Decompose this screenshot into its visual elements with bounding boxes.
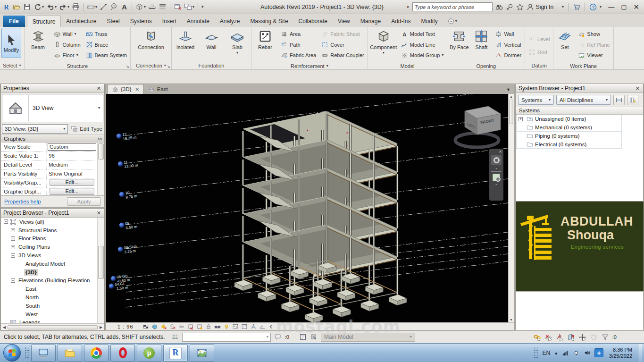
area-reinforcement-button[interactable]: Area [279, 29, 318, 39]
ribbon-tab-structure[interactable]: Structure [27, 16, 61, 27]
view-tab-east[interactable]: East [144, 84, 172, 94]
modify-button[interactable]: Modify [1, 28, 21, 58]
communication-center-icon[interactable] [506, 3, 513, 11]
edit-button[interactable]: Edit... [50, 179, 94, 186]
navigation-bar[interactable]: ✕ ⌄ ⌄ [489, 149, 503, 201]
sync-button[interactable]: ▾ [33, 2, 44, 11]
print-button[interactable] [71, 2, 80, 11]
property-value[interactable]: Medium [47, 160, 97, 169]
close-navbar-icon[interactable]: ✕ [499, 150, 502, 154]
beam-button[interactable]: Beam [26, 28, 50, 50]
reveal-hidden-elements-icon[interactable] [223, 323, 230, 330]
tray-app-icon[interactable]: + [594, 348, 603, 357]
foundation-panel-label[interactable]: Foundation [172, 61, 251, 69]
select-pinned-elements-toggle[interactable] [556, 333, 564, 341]
property-value[interactable]: Custom [48, 143, 96, 151]
type-selector[interactable]: 3D View ▾ [2, 94, 103, 122]
open-button[interactable] [12, 2, 21, 11]
temporary-hide-isolate-icon[interactable] [214, 323, 221, 330]
beam-system-button[interactable]: Beam System [84, 50, 129, 60]
aligned-dimension-button[interactable] [99, 2, 108, 11]
close-view-tab-icon[interactable]: ✕ [135, 87, 139, 92]
expand-icon[interactable]: + [519, 117, 523, 121]
floor-button[interactable]: Floor▾ [52, 50, 83, 60]
apply-button[interactable]: Apply [67, 197, 101, 206]
favorites-icon[interactable] [516, 3, 524, 11]
redo-button[interactable]: ▾ [59, 2, 70, 11]
close-icon[interactable]: ✕ [96, 210, 102, 216]
ribbon-tab-collaborate[interactable]: Collaborate [293, 16, 333, 27]
view-scale-button[interactable]: 1 : 96 [117, 324, 134, 329]
steering-wheel-button[interactable] [491, 155, 502, 165]
taskbar-photo-viewer-button[interactable] [190, 345, 214, 362]
taskbar-opera-button[interactable] [110, 345, 135, 362]
select-links-toggle[interactable] [533, 333, 541, 341]
customize-qat-button[interactable]: ▾ [201, 4, 204, 9]
component-button[interactable]: Component▾ [369, 28, 398, 55]
expand-icon[interactable]: + [11, 245, 15, 249]
text-button[interactable]: A [120, 2, 129, 11]
ribbon-tab-insert[interactable]: Insert [157, 16, 182, 27]
reinforcement-panel-label[interactable]: Reinforcement▾ [251, 62, 368, 69]
show-hidden-icons-arrow[interactable]: ▲ [554, 351, 558, 355]
tree-item-north[interactable]: North [1, 293, 104, 302]
show-rendering-dialog-icon[interactable] [178, 323, 185, 330]
model-group-button[interactable]: Model Group▾ [399, 50, 446, 60]
ribbon-tab-architecture[interactable]: Architecture [61, 16, 101, 27]
drag-elements-on-selection-toggle[interactable] [578, 333, 586, 341]
tree-item-legends[interactable]: Legends [1, 319, 104, 324]
reveal-constraints-icon[interactable] [259, 323, 266, 330]
select-panel-label[interactable]: Select▾ [0, 61, 24, 69]
edit-button[interactable]: Edit... [50, 188, 94, 195]
system-item-piping-0-systems[interactable]: Piping (0 systems) [516, 132, 622, 140]
slab-foundation-button[interactable]: Slab▾ [225, 28, 250, 55]
collapse-icon[interactable]: − [4, 219, 8, 224]
ribbon-tab-annotate[interactable]: Annotate [182, 16, 215, 27]
project-browser-header[interactable]: Project Browser - Project1✕ [1, 209, 104, 218]
editing-requests-icon[interactable] [274, 333, 282, 341]
cover-button[interactable]: Cover [319, 40, 366, 50]
fabric-area-button[interactable]: Fabric Area [279, 50, 318, 60]
property-value[interactable]: Show Original [47, 169, 97, 178]
wall-opening-button[interactable]: Wall [493, 29, 523, 39]
close-button[interactable]: ✕ [633, 3, 639, 11]
vertical-opening-button[interactable]: Vertical [493, 40, 523, 50]
ribbon-tab-manage[interactable]: Manage [355, 16, 386, 27]
ribbon-tab-steel[interactable]: Steel [101, 16, 125, 27]
show-crop-region-icon[interactable] [196, 323, 203, 330]
property-value[interactable]: 96 [47, 152, 97, 160]
tree-item-analytical-model[interactable]: Analytical Model [1, 260, 104, 268]
search-icon[interactable] [495, 3, 503, 11]
wall-foundation-button[interactable]: Wall [199, 28, 224, 50]
show-work-plane-button[interactable]: Show [576, 29, 611, 39]
shadows-icon[interactable] [169, 323, 176, 330]
show-desktop-button[interactable] [638, 344, 642, 362]
column-button[interactable]: Column [52, 40, 83, 50]
view-cube[interactable]: FRONT LEFT [455, 106, 501, 147]
tag-button[interactable]: 1 [109, 2, 118, 11]
tree-item-east[interactable]: East [1, 285, 104, 293]
maximize-button[interactable]: ▢ [621, 3, 627, 10]
ribbon-display-toggle[interactable]: ▾ [446, 16, 459, 27]
network-signal-icon[interactable] [562, 349, 569, 356]
default-3d-view-button[interactable]: ▾ [135, 2, 146, 11]
viewer-button[interactable]: Viewer [576, 50, 611, 60]
select-elements-by-face-toggle[interactable] [567, 333, 575, 341]
disciplines-dropdown[interactable]: All Disciplines▾ [556, 95, 611, 105]
ribbon-tab-modify[interactable]: Modify [416, 16, 443, 27]
system-item-unassigned-0-items[interactable]: +?Unassigned (0 items) [516, 115, 622, 123]
temporary-view-properties-icon[interactable] [241, 323, 248, 330]
relinquish-icon[interactable] [310, 333, 318, 341]
tree-item-structural-plans[interactable]: +Structural Plans [1, 226, 104, 235]
shaft-opening-button[interactable]: Shaft [471, 28, 492, 50]
taskbar-revit-button[interactable]: R [163, 345, 188, 362]
lock-3d-view-icon[interactable] [205, 323, 212, 330]
expand-icon[interactable]: + [11, 236, 15, 241]
drawing-canvas[interactable]: FRONT LEFT 1216.25 m1113.00 m109.75 m096… [106, 94, 508, 322]
properties-scrollbar[interactable] [97, 143, 104, 195]
search-input[interactable] [412, 2, 493, 11]
worksharing-display-icon[interactable] [232, 323, 239, 330]
tree-item-3d-views[interactable]: −3D Views [1, 251, 104, 260]
sun-path-icon[interactable] [160, 323, 167, 330]
systems-column-header[interactable]: Systems [516, 107, 643, 115]
